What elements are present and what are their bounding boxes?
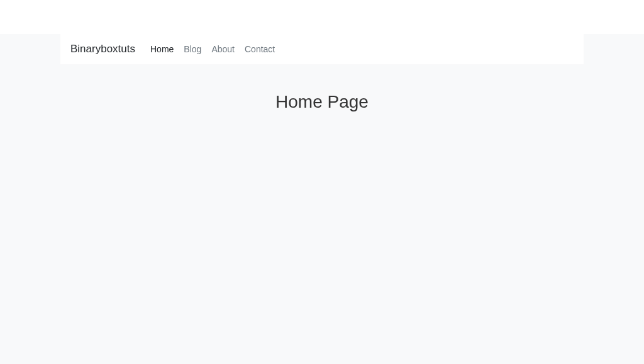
nav-link-blog[interactable]: Blog [179,42,206,57]
main-content: Home Page [0,64,644,112]
nav-links: Home Blog About Contact [145,42,280,57]
nav-link-home[interactable]: Home [145,42,179,57]
nav-link-about[interactable]: About [206,42,240,57]
navbar: Binaryboxtuts Home Blog About Contact [60,34,584,64]
page-background: Binaryboxtuts Home Blog About Contact Ho… [0,34,644,364]
page-title: Home Page [0,92,644,112]
brand-link[interactable]: Binaryboxtuts [70,43,135,55]
nav-link-contact[interactable]: Contact [240,42,280,57]
